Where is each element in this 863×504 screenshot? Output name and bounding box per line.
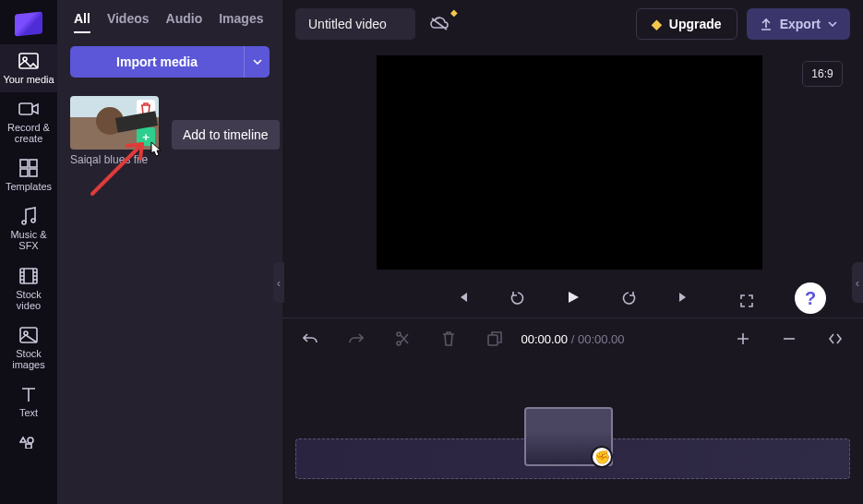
rail-record-create[interactable]: Record & create [0, 92, 57, 151]
undo-button[interactable] [295, 324, 325, 354]
duplicate-button[interactable] [480, 324, 509, 354]
tab-videos[interactable]: Videos [107, 11, 150, 33]
aspect-ratio-button[interactable]: 16:9 [802, 61, 843, 87]
rail-text[interactable]: Text [0, 378, 57, 426]
redo-button[interactable] [342, 324, 371, 354]
copy-icon [487, 331, 502, 346]
add-track-button[interactable] [728, 324, 758, 354]
rail-label: Music & SFX [3, 229, 54, 251]
delete-clip-button[interactable] [137, 100, 155, 118]
svg-point-12 [28, 438, 33, 443]
rail-label: Templates [6, 181, 52, 192]
rail-label: Your media [3, 74, 54, 85]
dragging-clip[interactable]: ✊ [524, 407, 613, 466]
skip-back-icon [456, 291, 469, 304]
rewind-button[interactable] [503, 282, 533, 312]
svg-point-7 [22, 221, 26, 224]
transport-controls [282, 282, 863, 312]
chevron-down-icon [253, 59, 262, 65]
zoom-out-button[interactable] [774, 324, 804, 354]
grab-cursor-icon: ✊ [591, 446, 613, 468]
rail-label: Record & create [3, 122, 54, 144]
music-icon [18, 207, 39, 225]
export-button[interactable]: Export [747, 8, 850, 40]
cloud-off-icon [430, 17, 449, 31]
rail-your-media[interactable]: Your media [0, 44, 57, 92]
upgrade-label: Upgrade [669, 17, 722, 31]
fit-timeline-button[interactable] [821, 324, 850, 354]
svg-rect-4 [30, 160, 37, 167]
trash-icon [442, 331, 455, 346]
tab-images[interactable]: Images [219, 11, 263, 33]
current-time: 00:00.00 [521, 332, 568, 346]
app-logo [15, 11, 42, 36]
chevron-down-icon [828, 21, 837, 27]
video-canvas[interactable] [377, 55, 762, 270]
timeline-area: 00:00.00 / 00:00.00 ✊ [282, 318, 863, 504]
import-media-dropdown[interactable] [244, 46, 270, 78]
rail-more[interactable] [0, 426, 57, 462]
forward-icon [621, 290, 636, 305]
collapse-properties-panel[interactable]: ‹ [852, 262, 863, 303]
timecode: 00:00.00 / 00:00.00 [521, 332, 624, 346]
svg-rect-5 [20, 169, 28, 176]
media-panel: All Videos Audio Images Import media + S… [57, 0, 282, 504]
undo-icon [303, 332, 318, 345]
project-title-input[interactable] [295, 8, 415, 40]
rail-stock-video[interactable]: Stock video [0, 259, 57, 318]
rail-music-sfx[interactable]: Music & SFX [0, 199, 57, 258]
skip-start-button[interactable] [448, 282, 477, 312]
left-rail: Your media Record & create Templates Mus… [0, 0, 57, 504]
rail-stock-images[interactable]: Stock images [0, 318, 57, 378]
forward-button[interactable] [614, 282, 643, 312]
import-media-button[interactable]: Import media [70, 46, 244, 78]
svg-point-8 [31, 219, 35, 222]
svg-point-18 [397, 342, 401, 345]
templates-icon [18, 159, 39, 177]
play-icon [566, 290, 581, 305]
media-clip[interactable]: + Saiqal blues file [70, 96, 159, 166]
skip-forward-icon [677, 291, 690, 304]
premium-badge-icon: ◆ [450, 7, 458, 18]
play-button[interactable] [558, 282, 588, 312]
help-button[interactable]: ? [795, 282, 826, 314]
export-label: Export [780, 17, 821, 31]
image-icon [18, 326, 39, 344]
rail-templates[interactable]: Templates [0, 151, 57, 199]
collapse-media-panel[interactable]: ‹ [273, 262, 284, 303]
fullscreen-button[interactable] [732, 286, 761, 316]
camera-icon [18, 100, 39, 118]
tab-audio[interactable]: Audio [166, 11, 203, 33]
minus-icon [783, 332, 796, 345]
delete-button[interactable] [434, 324, 463, 354]
add-to-timeline-button[interactable]: + [137, 127, 155, 146]
plus-icon [737, 332, 749, 345]
svg-rect-19 [488, 335, 497, 345]
rail-label: Stock images [3, 348, 54, 370]
film-icon [18, 267, 39, 285]
clip-thumbnail[interactable]: + [70, 96, 159, 150]
cloud-sync-button[interactable]: ◆ [425, 9, 454, 39]
svg-point-17 [397, 332, 401, 336]
timeline-toolbar: 00:00.00 / 00:00.00 [282, 318, 863, 359]
svg-rect-6 [30, 169, 37, 176]
svg-rect-3 [20, 160, 28, 167]
media-icon [18, 52, 39, 70]
tab-all[interactable]: All [74, 11, 90, 33]
scissors-icon [396, 331, 409, 346]
skip-end-button[interactable] [669, 282, 699, 312]
top-bar: ◆ ◆ Upgrade Export [282, 0, 863, 48]
rail-label: Stock video [3, 289, 54, 311]
add-to-timeline-tooltip: Add to timeline [172, 120, 280, 150]
rail-label: Text [19, 407, 38, 418]
clip-name: Saiqal blues file [70, 153, 159, 166]
upgrade-button[interactable]: ◆ Upgrade [636, 8, 737, 40]
duration-time: 00:00.00 [578, 332, 625, 346]
media-tabs: All Videos Audio Images [57, 0, 282, 41]
upload-icon [760, 18, 773, 30]
split-button[interactable] [388, 324, 417, 354]
svg-rect-2 [19, 103, 32, 114]
text-icon [18, 385, 39, 403]
preview-area: 16:9 ? [282, 48, 863, 318]
rewind-icon [510, 290, 525, 305]
